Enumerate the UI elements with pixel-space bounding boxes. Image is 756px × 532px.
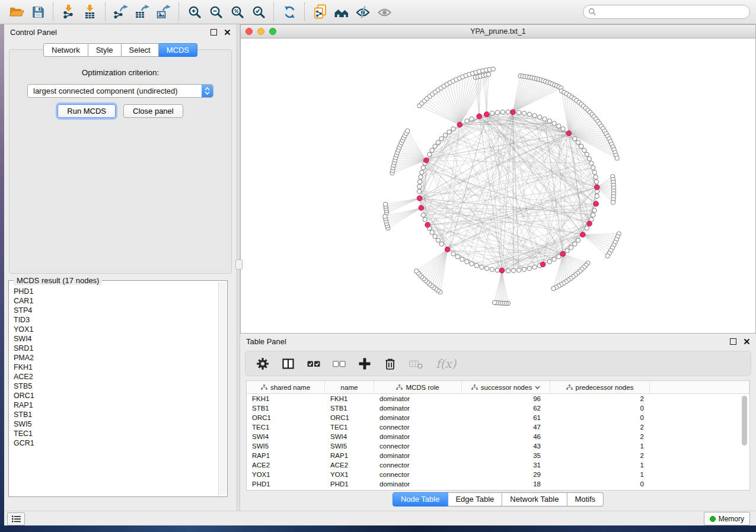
tab-node-table[interactable]: Node Table (393, 492, 448, 507)
mcds-result-item[interactable]: STP4 (14, 306, 218, 315)
function-builder-icon[interactable]: f(x) (436, 357, 456, 371)
export-table-button[interactable] (132, 1, 153, 23)
table-cell: ACE2 (325, 460, 374, 470)
mcds-list-scrollbar[interactable] (218, 282, 226, 495)
sort-chevron-icon (535, 386, 540, 389)
panel-splitter-handle[interactable] (235, 259, 243, 270)
search-input[interactable] (596, 7, 745, 17)
table-scrollbar[interactable] (742, 396, 748, 487)
table-row[interactable]: TEC1TEC1connector472 (247, 422, 749, 432)
open-session-button[interactable] (6, 1, 27, 23)
maximize-window-icon[interactable] (269, 28, 276, 35)
table-row[interactable]: RAP1RAP1dominator352 (247, 451, 749, 460)
mcds-result-item[interactable]: PHD1 (14, 287, 218, 296)
network-canvas[interactable] (240, 39, 756, 334)
toolbar-search[interactable] (583, 5, 750, 19)
table-panel-title: Table Panel (246, 337, 286, 346)
table-cell: 29 (462, 470, 550, 479)
column-header-shared-name[interactable]: shared name (247, 381, 325, 393)
close-table-panel-icon[interactable] (744, 338, 750, 345)
main-toolbar (0, 0, 756, 24)
show-all-button[interactable] (374, 1, 395, 23)
save-session-button[interactable] (27, 1, 49, 23)
mcds-result-item[interactable]: STB5 (14, 382, 218, 391)
criterion-dropdown[interactable]: largest connected component (undirected) (27, 84, 213, 98)
table-row[interactable]: YOX1YOX1connector291 (247, 470, 749, 479)
export-network-button[interactable] (110, 1, 132, 23)
zoom-in-button[interactable] (184, 1, 205, 23)
memory-button[interactable]: Memory (704, 512, 750, 525)
table-row[interactable]: FKH1FKH1dominator962 (247, 394, 749, 403)
apply-layout-button[interactable] (279, 1, 300, 23)
table-cell: PHD1 (325, 479, 374, 489)
mcds-result-item[interactable]: TID3 (14, 315, 218, 325)
mcds-result-item[interactable]: GCR1 (14, 438, 218, 448)
table-row[interactable]: SWI5SWI5connector431 (247, 441, 749, 451)
column-header-successor-nodes[interactable]: successor nodes (462, 381, 550, 393)
tab-network-table[interactable]: Network Table (502, 492, 567, 507)
mcds-result-item[interactable]: SWI5 (14, 419, 218, 429)
table-cell: connector (374, 460, 462, 470)
close-window-icon[interactable] (245, 28, 253, 35)
tab-select[interactable]: Select (122, 43, 159, 57)
mcds-result-item[interactable]: TEC1 (14, 429, 218, 438)
table-cell: FKH1 (247, 394, 325, 403)
mcds-result-item[interactable]: CAR1 (14, 296, 218, 306)
hide-selected-button[interactable] (352, 1, 374, 23)
close-panel-icon[interactable] (224, 29, 231, 36)
import-network-button[interactable] (58, 1, 79, 23)
first-neighbors-button[interactable] (331, 1, 352, 23)
mcds-result-item[interactable]: PMA2 (14, 353, 218, 363)
table-options-gear-icon[interactable] (256, 357, 269, 370)
table-cell: 0 (550, 403, 650, 413)
float-panel-icon[interactable] (210, 29, 217, 36)
column-header-name[interactable]: name (325, 381, 374, 393)
mcds-result-item[interactable]: ACE2 (14, 372, 218, 382)
network-view-window: YPA_prune.txt_1 (240, 24, 756, 334)
show-columns-icon[interactable] (282, 357, 295, 370)
tab-style[interactable]: Style (88, 43, 122, 57)
mcds-result-item[interactable]: ORC1 (14, 391, 218, 400)
window-controls (245, 28, 276, 35)
mcds-result-item[interactable]: YOX1 (14, 325, 218, 334)
delete-column-trash-icon[interactable] (384, 357, 397, 370)
run-mcds-button[interactable]: Run MCDS (58, 104, 116, 118)
zoom-fit-button[interactable] (227, 1, 248, 23)
table-row[interactable]: SWI4SWI4dominator462 (247, 432, 749, 441)
tab-edge-table[interactable]: Edge Table (448, 492, 502, 507)
zoom-out-button[interactable] (205, 1, 227, 23)
table-row[interactable]: ACE2ACE2connector311 (247, 460, 749, 470)
network-from-file-button[interactable] (310, 1, 331, 23)
toolbar-separator (178, 3, 180, 21)
select-all-icon[interactable] (307, 357, 320, 370)
column-header-MCDS-role[interactable]: MCDS role (374, 381, 462, 393)
network-graph[interactable] (241, 39, 755, 332)
tab-network[interactable]: Network (43, 43, 88, 57)
task-history-button[interactable] (7, 512, 25, 525)
mcds-result-item[interactable]: RAP1 (14, 400, 218, 410)
zoom-selected-button[interactable] (248, 1, 269, 23)
table-row[interactable]: STB1STB1dominator620 (247, 403, 749, 413)
delete-table-icon[interactable] (409, 357, 423, 370)
close-panel-button[interactable]: Close panel (123, 104, 183, 118)
eye-slash-icon (355, 4, 371, 20)
mcds-result-group-title: MCDS result (17 nodes) (14, 276, 102, 285)
mcds-result-item[interactable]: SRD1 (14, 344, 218, 353)
column-header-predecessor-nodes[interactable]: predecessor nodes (550, 381, 650, 393)
table-row[interactable]: PHD1PHD1dominator180 (247, 479, 749, 489)
import-table-button[interactable] (79, 1, 101, 23)
add-column-icon[interactable] (358, 357, 371, 370)
float-table-panel-icon[interactable] (730, 338, 736, 345)
deselect-all-icon[interactable] (333, 357, 346, 370)
network-window-titlebar[interactable]: YPA_prune.txt_1 (240, 24, 756, 39)
mcds-result-list[interactable]: PHD1CAR1STP4TID3YOX1SWI4SRD1PMA2FKH1ACE2… (10, 287, 218, 495)
mcds-result-item[interactable]: FKH1 (14, 363, 218, 372)
mcds-result-item[interactable]: SWI4 (14, 334, 218, 344)
tab-motifs[interactable]: Motifs (567, 492, 604, 507)
export-image-button[interactable] (153, 1, 174, 23)
table-row[interactable]: ORC1ORC1dominator610 (247, 413, 749, 422)
table-scrollbar-thumb[interactable] (742, 396, 747, 446)
tab-mcds[interactable]: MCDS (159, 43, 197, 57)
minimize-window-icon[interactable] (257, 28, 264, 35)
mcds-result-item[interactable]: STB1 (14, 410, 218, 419)
